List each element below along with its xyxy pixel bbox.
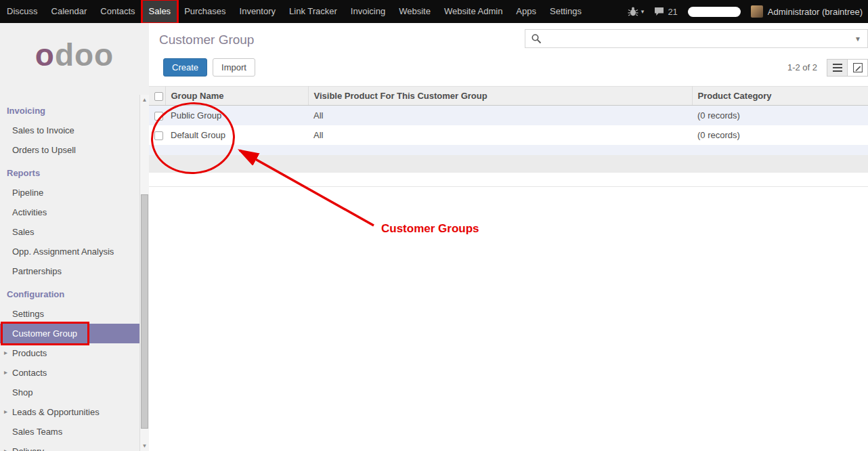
sidebar-item-label: Customer Group [12,328,77,339]
column-visible-product[interactable]: Visible Product For This Customer Group [308,87,692,106]
create-button[interactable]: Create [163,58,207,77]
chevron-right-icon: ▸ [4,368,7,376]
table-row[interactable]: Default GroupAll(0 records) [149,125,868,145]
progress-bar [688,7,741,17]
topbar-menu-discuss[interactable]: Discuss [0,0,45,23]
chevron-down-icon: ▾ [641,8,645,15]
form-edit-icon [853,63,863,72]
column-group-name[interactable]: Group Name [165,87,308,106]
sidebar-item-leads-opportunities[interactable]: ▸Leads & Opportunities [0,402,139,422]
topbar-menu-inventory[interactable]: Inventory [233,0,282,23]
topbar-menu-link-tracker[interactable]: Link Tracker [282,0,344,23]
topbar-menu-website-admin[interactable]: Website Admin [437,0,509,23]
sidebar-item-label: Products [12,348,47,358]
list-icon [833,64,842,72]
scroll-up-icon[interactable]: ▲ [140,97,149,103]
sidebar-item-label: Opp. Assignment Analysis [12,246,114,257]
cell-visible-product: All [308,125,692,145]
customer-group-table: Group Name Visible Product For This Cust… [149,86,868,155]
topbar: DiscussCalendarContactsSalesPurchasesInv… [0,0,868,23]
sidebar-menu: InvoicingSales to InvoiceOrders to Upsel… [0,89,139,451]
topbar-menu-settings[interactable]: Settings [543,0,588,23]
messages-count: 21 [668,7,677,17]
sidebar-item-label: Sales [12,227,35,237]
list-view-button[interactable] [827,59,848,77]
table-body: Public GroupAll(0 records)Default GroupA… [149,106,868,156]
sidebar-item-shop[interactable]: Shop [0,383,139,402]
sidebar-item-label: Leads & Opportunities [12,407,100,417]
sidebar-item-sales-teams[interactable]: Sales Teams [0,422,139,442]
sidebar-item-activities[interactable]: Activities [0,202,139,222]
topbar-menu-calendar[interactable]: Calendar [45,0,94,23]
pager-area: 1-2 of 2 [787,59,868,77]
sidebar-item-label: Shop [12,387,32,398]
search-icon [531,34,542,44]
cell-group-name: Default Group [165,125,308,145]
row-checkbox-cell [149,125,165,145]
sheet-bottom-edge [149,186,868,187]
sidebar: odoo InvoicingSales to InvoiceOrders to … [0,23,149,451]
topbar-menu-invoicing[interactable]: Invoicing [344,0,392,23]
row-checkbox-cell [149,106,165,126]
table-row[interactable]: Public GroupAll(0 records) [149,106,868,126]
sidebar-item-label: Sales to Invoice [12,125,74,135]
search-input[interactable] [546,30,848,47]
debug-menu[interactable]: ▾ [628,7,645,16]
sidebar-item-customer-group[interactable]: Customer Group [0,324,139,343]
cell-product-category: (0 records) [692,125,868,145]
control-panel-top: Customer Group ▼ [149,23,868,48]
column-product-category[interactable]: Product Category [692,87,868,106]
row-checkbox[interactable] [154,131,163,140]
cell-product-category: (0 records) [692,106,868,126]
sidebar-item-label: Sales Teams [12,427,62,437]
sidebar-item-label: Settings [12,309,44,319]
messages-menu[interactable]: 21 [654,7,677,17]
topbar-menu-sales[interactable]: Sales [142,0,178,23]
sidebar-section-invoicing: Invoicing [0,98,139,121]
scroll-down-icon[interactable]: ▼ [140,443,149,449]
cell-visible-product: All [308,106,692,126]
control-panel-actions: Create Import 1-2 of 2 [149,48,868,85]
empty-row [149,145,868,155]
sidebar-item-label: Partnerships [12,266,62,276]
sidebar-item-products[interactable]: ▸Products [0,343,139,363]
sidebar-item-settings[interactable]: Settings [0,304,139,324]
sidebar-item-label: Orders to Upsell [12,145,76,155]
main-content: Customer Group ▼ Create Import 1-2 of 2 [149,23,868,451]
topbar-menu-contacts[interactable]: Contacts [93,0,142,23]
header-checkbox[interactable] [154,92,163,101]
sidebar-item-sales-to-invoice[interactable]: Sales to Invoice [0,121,139,140]
sidebar-item-partnerships[interactable]: Partnerships [0,261,139,281]
chevron-right-icon: ▸ [4,408,7,415]
logo-letter-accent: o [35,37,55,72]
table-footer [149,155,868,173]
import-button[interactable]: Import [213,58,255,77]
scrollbar-thumb[interactable] [141,194,148,429]
form-view-button[interactable] [847,59,868,77]
sidebar-item-opp-assignment-analysis[interactable]: Opp. Assignment Analysis [0,242,139,261]
topbar-menu-apps[interactable]: Apps [509,0,543,23]
topbar-menus: DiscussCalendarContactsSalesPurchasesInv… [0,0,588,23]
table-header-row: Group Name Visible Product For This Cust… [149,87,868,106]
sheet-gap [149,173,868,186]
sidebar-item-label: Delivery [12,446,44,451]
odoo-logo: odoo [0,23,149,77]
sidebar-item-sales[interactable]: Sales [0,222,139,242]
topbar-systray: ▾ 21 Administrator (braintree) [628,5,868,18]
chevron-right-icon: ▸ [4,447,7,451]
topbar-menu-website[interactable]: Website [392,0,437,23]
chat-icon [654,7,665,16]
sidebar-item-label: Contacts [12,368,47,378]
chevron-right-icon: ▸ [4,349,7,356]
cell-group-name: Public Group [165,106,308,126]
user-menu[interactable]: Administrator (braintree) [751,5,863,18]
row-checkbox[interactable] [154,112,163,121]
sidebar-item-contacts[interactable]: ▸Contacts [0,363,139,383]
sidebar-item-orders-to-upsell[interactable]: Orders to Upsell [0,140,139,160]
search-dropdown-caret[interactable]: ▼ [848,35,867,43]
sidebar-scrollbar[interactable]: ▲ ▼ [139,95,149,451]
sidebar-section-configuration: Configuration [0,281,139,304]
topbar-menu-purchases[interactable]: Purchases [177,0,232,23]
sidebar-item-delivery[interactable]: ▸Delivery [0,442,139,451]
sidebar-item-pipeline[interactable]: Pipeline [0,183,139,202]
